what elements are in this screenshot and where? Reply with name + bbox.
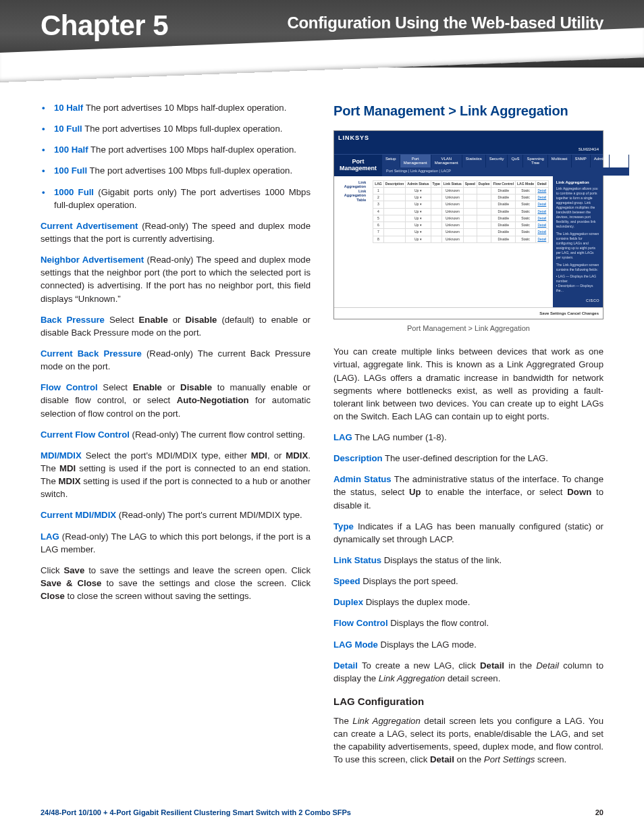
field-duplex: Duplex Displays the duplex mode.	[333, 596, 603, 608]
ss-tab[interactable]: Logout	[610, 155, 629, 167]
ss-tab[interactable]: QoS	[508, 155, 523, 167]
ss-lag-table: LAGDescriptionAdmin StatusTypeLink Statu…	[373, 180, 548, 243]
para-mdi-mdix: MDI/MDIX Select the port's MDI/MDIX type…	[41, 449, 311, 501]
ss-tab[interactable]: VLAN Management	[431, 155, 462, 167]
field-description: Description The user-defined description…	[333, 452, 603, 465]
ss-tab[interactable]: Port Management	[400, 155, 431, 167]
ss-tab[interactable]: Admin	[591, 155, 610, 167]
para-lag: LAG (Read-only) The LAG to which this po…	[41, 530, 311, 556]
ss-tab[interactable]: SNMP	[572, 155, 591, 167]
para-current-back-pressure: Current Back Pressure (Read-only) The cu…	[41, 347, 311, 373]
subsection-heading: LAG Configuration	[333, 694, 603, 709]
left-column: 10 Half The port advertises 10 Mbps half…	[41, 101, 311, 774]
product-name: 24/48-Port 10/100 + 4-Port Gigabit Resil…	[41, 808, 351, 816]
figure-caption: Port Management > Link Aggregation	[333, 323, 603, 334]
ss-buttons[interactable]: Save Settings Cancel Changes	[334, 307, 603, 319]
ss-model: SLM224G4	[579, 147, 599, 151]
page-number: 20	[595, 808, 603, 816]
section-heading: Port Management > Link Aggregation	[333, 101, 603, 121]
lag-config-text: The Link Aggregation detail screen lets …	[333, 714, 603, 766]
ss-tab[interactable]: Multicast	[548, 155, 572, 167]
ss-help-panel: Link Aggregation Link Aggregation allows…	[553, 176, 603, 307]
field-flow-control: Flow Control Displays the flow control.	[333, 617, 603, 629]
para-neighbor-advertisement: Neighbor Advertisement (Read-only) The s…	[41, 253, 311, 305]
ss-tab[interactable]: Security	[486, 155, 508, 167]
ss-cisco-logo: CISCO	[556, 298, 599, 304]
intro-text: You can create multiple links between de…	[333, 345, 603, 423]
opt-100-half: 100 Half The port advertises 100 Mbps ha…	[54, 143, 311, 156]
para-current-mdi-mdix: Current MDI/MDIX (Read-only) The port's …	[41, 509, 311, 521]
opt-10-half: 10 Half The port advertises 10 Mbps half…	[54, 101, 311, 114]
page-footer: 24/48-Port 10/100 + 4-Port Gigabit Resil…	[41, 808, 603, 816]
ss-subtabs: Port Settings | Link Aggregation | LACP	[382, 167, 629, 176]
figure-link-aggregation: LINKSYS SLM224G4 Port Management Setup P…	[333, 130, 603, 319]
ss-tab[interactable]: Spanning Tree	[523, 155, 547, 167]
ss-nav-title: Port Management	[334, 155, 382, 176]
field-detail: Detail To create a new LAG, click Detail…	[333, 659, 603, 685]
para-back-pressure: Back Pressure Select Enable or Disable (…	[41, 313, 311, 339]
ss-tab[interactable]: Statistics	[462, 155, 486, 167]
field-lag: LAG The LAG number (1-8).	[333, 431, 603, 444]
para-current-advertisement: Current Advertisement (Read-only) The sp…	[41, 219, 311, 245]
field-lag-mode: LAG Mode Displays the LAG mode.	[333, 638, 603, 651]
chapter-label: Chapter 5	[41, 9, 168, 42]
para-flow-control: Flow Control Select Enable or Disable to…	[41, 381, 311, 419]
opt-1000-full: 1000 Full (Gigabit ports only) The port …	[54, 186, 311, 211]
ss-tabs: Setup Port Management VLAN Management St…	[382, 155, 629, 167]
field-link-status: Link Status Displays the status of the l…	[333, 554, 603, 567]
ss-logo: LINKSYS	[338, 134, 369, 142]
ss-left-labels: Link Aggregation Link Aggregation Table	[334, 176, 369, 307]
field-admin-status: Admin Status The administrative status o…	[333, 473, 603, 511]
document-title: Configuration Using the Web-based Utilit…	[287, 14, 603, 32]
ss-tab[interactable]: Setup	[382, 155, 400, 167]
page-header: Chapter 5 Configuration Using the Web-ba…	[0, 0, 644, 68]
opt-10-full: 10 Full The port advertises 10 Mbps full…	[54, 122, 311, 135]
field-type: Type Indicates if a LAG has been manuall…	[333, 520, 603, 546]
field-speed: Speed Displays the port speed.	[333, 575, 603, 588]
para-save-close: Click Save to save the settings and leav…	[41, 564, 311, 602]
opt-100-full: 100 Full The port advertises 100 Mbps fu…	[54, 164, 311, 177]
right-column: Port Management > Link Aggregation LINKS…	[333, 101, 603, 774]
para-current-flow-control: Current Flow Control (Read-only) The cur…	[41, 428, 311, 441]
advertise-options: 10 Half The port advertises 10 Mbps half…	[41, 101, 311, 211]
